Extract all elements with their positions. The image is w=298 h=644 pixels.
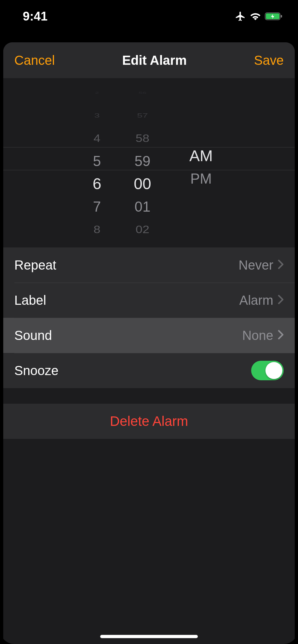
save-button[interactable]: Save (254, 53, 284, 68)
label-value: Alarm (239, 293, 273, 308)
chevron-right-icon (278, 259, 284, 271)
status-bar: 9:41 (0, 0, 298, 33)
minute-wheel[interactable]: 56 57 58 59 00 01 02 03 04 (118, 81, 167, 238)
alarm-settings-list: Repeat Never Label Alarm Sou (3, 247, 295, 388)
battery-charging-icon (265, 12, 284, 21)
hour-selected: 6 (73, 173, 121, 195)
repeat-row[interactable]: Repeat Never (3, 247, 295, 283)
delete-alarm-button[interactable]: Delete Alarm (110, 413, 188, 429)
status-time: 9:41 (23, 9, 47, 23)
snooze-row: Snooze (3, 353, 295, 388)
hour-wheel[interactable]: 2 3 4 5 6 7 8 9 10 (73, 81, 121, 238)
toggle-knob (265, 362, 282, 379)
cancel-button[interactable]: Cancel (14, 53, 55, 68)
delete-section: Delete Alarm (3, 404, 295, 439)
status-icons (235, 11, 284, 22)
repeat-value: Never (238, 258, 273, 273)
snooze-label: Snooze (14, 363, 59, 378)
sound-label: Sound (14, 328, 52, 343)
wifi-icon (250, 12, 261, 21)
svg-rect-2 (281, 15, 282, 18)
edit-alarm-modal: Cancel Edit Alarm Save 2 3 4 5 6 7 8 9 1… (3, 42, 295, 644)
airplane-mode-icon (235, 11, 246, 22)
snooze-toggle[interactable] (251, 361, 284, 380)
chevron-right-icon (278, 330, 284, 341)
home-indicator[interactable] (100, 635, 198, 638)
chevron-right-icon (278, 295, 284, 306)
repeat-label: Repeat (14, 258, 56, 273)
sound-row[interactable]: Sound None (3, 318, 295, 353)
page-title: Edit Alarm (122, 53, 187, 68)
period-selected: AM (177, 145, 225, 167)
time-picker[interactable]: 2 3 4 5 6 7 8 9 10 56 57 58 59 00 01 (3, 78, 295, 238)
period-wheel[interactable]: AM PM (177, 81, 225, 238)
label-row[interactable]: Label Alarm (3, 283, 295, 318)
modal-header: Cancel Edit Alarm Save (3, 42, 295, 78)
minute-selected: 00 (118, 173, 167, 195)
label-label: Label (14, 293, 46, 308)
sound-value: None (242, 328, 273, 343)
